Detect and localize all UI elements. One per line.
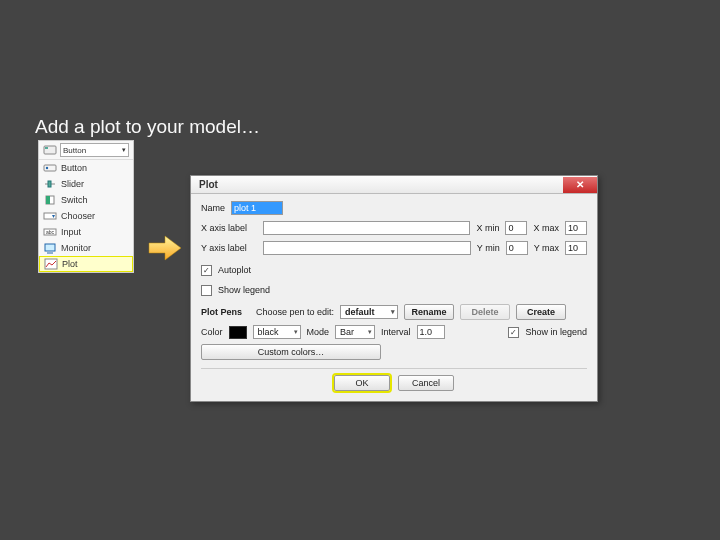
ymin-input[interactable]: 0	[506, 241, 528, 255]
toolbar-item-label: Button	[61, 163, 87, 173]
toolbar-type-dropdown[interactable]: Button ▾	[60, 143, 129, 157]
yaxis-label: Y axis label	[201, 243, 257, 253]
svg-rect-2	[44, 165, 56, 171]
button-icon	[43, 162, 57, 174]
toolbar-item-slider[interactable]: Slider	[39, 176, 133, 192]
chooser-icon	[43, 210, 57, 222]
toolbar-type-label: Button	[63, 146, 86, 155]
xmin-input[interactable]: 0	[505, 221, 527, 235]
toolbar-item-label: Slider	[61, 179, 84, 189]
color-dropdown[interactable]: black ▾	[253, 325, 301, 339]
svg-rect-5	[48, 181, 51, 187]
chevron-down-icon: ▾	[294, 328, 298, 336]
slider-icon	[43, 178, 57, 190]
choose-pen-label: Choose pen to edit:	[256, 307, 334, 317]
showlegend-label: Show legend	[218, 285, 270, 295]
ok-button[interactable]: OK	[334, 375, 390, 391]
pen-dropdown[interactable]: default ▾	[340, 305, 398, 319]
svg-text:abc: abc	[46, 229, 55, 235]
toolbar-item-input[interactable]: abc Input	[39, 224, 133, 240]
name-label: Name	[201, 203, 225, 213]
toolbar-item-label: Switch	[61, 195, 88, 205]
autoplot-checkbox[interactable]: ✓	[201, 265, 212, 276]
toolbar-header: Button ▾	[39, 141, 133, 160]
input-icon: abc	[43, 226, 57, 238]
pen-showlegend-checkbox[interactable]: ✓	[508, 327, 519, 338]
switch-icon	[43, 194, 57, 206]
widget-toolbar: Button ▾ Button Slider Switch Chooser ab…	[38, 140, 134, 273]
svg-rect-1	[45, 147, 48, 149]
button-icon	[43, 144, 57, 156]
interval-label: Interval	[381, 327, 411, 337]
plot-dialog: Plot ✕ Name plot 1 X axis label X min 0 …	[190, 175, 598, 402]
custom-colors-button[interactable]: Custom colors…	[201, 344, 381, 360]
color-name: black	[258, 327, 279, 337]
ymax-input[interactable]: 10	[565, 241, 587, 255]
xmax-label: X max	[533, 223, 559, 233]
create-button[interactable]: Create	[516, 304, 566, 320]
yaxis-input[interactable]	[263, 241, 471, 255]
color-swatch[interactable]	[229, 326, 247, 339]
xmax-input[interactable]: 10	[565, 221, 587, 235]
toolbar-item-switch[interactable]: Switch	[39, 192, 133, 208]
arrow-icon	[148, 235, 182, 261]
mode-dropdown[interactable]: Bar ▾	[335, 325, 375, 339]
chevron-down-icon: ▾	[391, 308, 395, 316]
xaxis-input[interactable]	[263, 221, 470, 235]
chevron-down-icon: ▾	[122, 146, 126, 154]
dialog-title: Plot	[199, 179, 218, 190]
close-button[interactable]: ✕	[563, 177, 597, 193]
toolbar-item-plot[interactable]: Plot	[39, 256, 133, 272]
xmin-label: X min	[476, 223, 499, 233]
rename-button[interactable]: Rename	[404, 304, 454, 320]
pen-showlegend-label: Show in legend	[525, 327, 587, 337]
svg-rect-7	[46, 196, 50, 204]
toolbar-item-label: Monitor	[61, 243, 91, 253]
showlegend-checkbox[interactable]	[201, 285, 212, 296]
svg-rect-11	[45, 244, 55, 251]
interval-input[interactable]: 1.0	[417, 325, 445, 339]
pen-selected: default	[345, 307, 375, 317]
chevron-down-icon: ▾	[368, 328, 372, 336]
mode-value: Bar	[340, 327, 354, 337]
name-input[interactable]: plot 1	[231, 201, 283, 215]
close-icon: ✕	[576, 179, 584, 190]
xaxis-label: X axis label	[201, 223, 257, 233]
ymax-label: Y max	[534, 243, 559, 253]
delete-button[interactable]: Delete	[460, 304, 510, 320]
toolbar-item-label: Chooser	[61, 211, 95, 221]
autoplot-label: Autoplot	[218, 265, 251, 275]
toolbar-item-label: Plot	[62, 259, 78, 269]
color-label: Color	[201, 327, 223, 337]
toolbar-item-button[interactable]: Button	[39, 160, 133, 176]
toolbar-item-label: Input	[61, 227, 81, 237]
toolbar-item-chooser[interactable]: Chooser	[39, 208, 133, 224]
monitor-icon	[43, 242, 57, 254]
mode-label: Mode	[307, 327, 330, 337]
plotpens-heading: Plot Pens Choose pen to edit: default ▾ …	[201, 304, 587, 320]
slide-heading: Add a plot to your model…	[35, 116, 260, 138]
toolbar-item-monitor[interactable]: Monitor	[39, 240, 133, 256]
cancel-button[interactable]: Cancel	[398, 375, 454, 391]
dialog-titlebar: Plot ✕	[191, 176, 597, 194]
dialog-footer: OK Cancel	[201, 368, 587, 399]
ymin-label: Y min	[477, 243, 500, 253]
svg-point-3	[46, 167, 48, 169]
plot-icon	[44, 258, 58, 270]
